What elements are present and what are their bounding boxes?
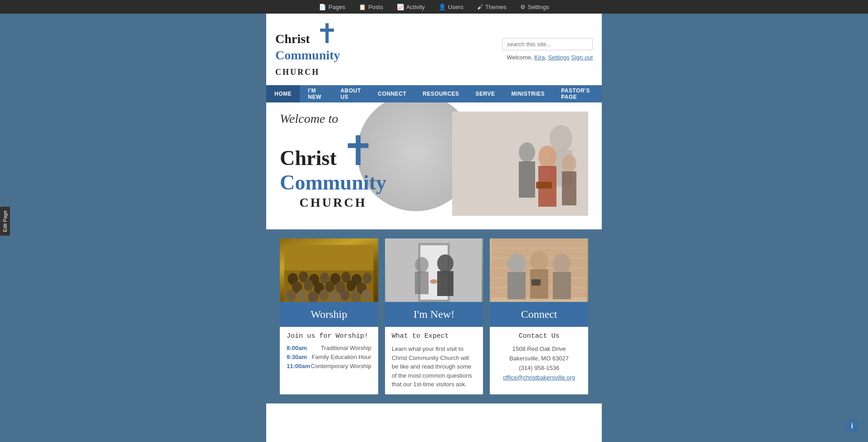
svg-point-30 (329, 291, 339, 302)
header-right: Welcome, Kira, Settings Sign out (502, 38, 593, 61)
svg-rect-39 (437, 271, 454, 296)
nav-home[interactable]: HOME (266, 85, 300, 102)
worship-card: Worship Join us for Worship! 8:00am Trad… (280, 238, 378, 394)
hero-section: Welcome to Christ ✝ Community (266, 102, 602, 229)
admin-settings-link[interactable]: ⚙ Settings (520, 4, 549, 10)
hero-cross-icon: ✝ (341, 128, 375, 174)
im-new-card: I'm New! What to Expect Learn what your … (385, 238, 483, 394)
edit-page-tab[interactable]: Edit Page (0, 207, 10, 236)
worship-label[interactable]: Worship (280, 302, 378, 327)
activity-icon: 📈 (397, 4, 404, 10)
svg-rect-56 (532, 279, 541, 286)
three-column-section: Worship Join us for Worship! 8:00am Trad… (266, 229, 602, 403)
admin-activity-link[interactable]: 📈 Activity (397, 4, 425, 10)
men-svg (492, 238, 587, 302)
im-new-body: What to Expect Learn what your first vis… (385, 327, 483, 394)
logo-cross-icon: ✝ (316, 19, 338, 49)
worship-heading: Join us for Worship! (287, 332, 371, 340)
door-svg (386, 238, 482, 302)
search-input[interactable] (502, 38, 593, 50)
svg-point-27 (297, 290, 307, 301)
svg-rect-44 (492, 238, 587, 248)
settings-link[interactable]: Settings (548, 54, 570, 61)
logo-community: Community (275, 48, 340, 62)
hero-logo-row: Christ ✝ Community CHURCH (280, 131, 452, 210)
hero-image (452, 112, 588, 216)
svg-point-29 (319, 290, 329, 301)
svg-point-18 (362, 273, 372, 284)
hero-logo: Christ ✝ Community CHURCH (280, 131, 452, 210)
svg-point-3 (538, 146, 556, 168)
im-new-heading: What to Expect (392, 332, 477, 340)
svg-point-50 (507, 253, 526, 273)
svg-point-33 (361, 290, 371, 301)
nav-ministries[interactable]: MINISTRIES (503, 85, 553, 102)
worship-image (280, 238, 378, 302)
logo-text-group: Christ ✝ Community CHURCH (275, 20, 340, 78)
admin-themes-link[interactable]: 🖌 Themes (477, 4, 507, 10)
admin-bar: 📄 Pages 📋 Posts 📈 Activity 👤 Users 🖌 The… (0, 0, 868, 14)
service-row-3: 11:00am Contemporary Worship (287, 363, 371, 369)
svg-point-26 (286, 290, 296, 302)
hero-left: Welcome to Christ ✝ Community (280, 112, 452, 210)
connect-label[interactable]: Connect (490, 302, 588, 327)
svg-point-24 (346, 280, 356, 291)
svg-rect-55 (553, 272, 571, 299)
logo-church: CHURCH (275, 68, 320, 77)
address-line2: Bakersville, MO 63027 (497, 354, 581, 364)
email-link[interactable]: office@christbakersville.org (503, 374, 575, 381)
site-header: Christ ✝ Community CHURCH Welcome, Kira,… (266, 14, 602, 85)
hero-church: CHURCH (299, 195, 366, 209)
admin-users-link[interactable]: 👤 Users (439, 4, 463, 10)
svg-point-20 (304, 280, 313, 291)
nav-resources[interactable]: RESOURCES (414, 85, 468, 102)
logo-christ: Christ (275, 32, 310, 46)
svg-point-38 (437, 254, 454, 272)
hero-people-svg (452, 112, 588, 216)
welcome-text: Welcome, Kira, Settings Sign out (502, 54, 593, 61)
settings-icon: ⚙ (520, 4, 526, 10)
svg-rect-34 (284, 245, 374, 271)
site-container: Christ ✝ Community CHURCH Welcome, Kira,… (266, 14, 602, 442)
user-link[interactable]: Kira (534, 54, 545, 61)
svg-point-52 (530, 251, 548, 271)
hero-christ: Christ (280, 146, 336, 170)
svg-rect-7 (519, 161, 535, 198)
nav-pastors-page[interactable]: PASTOR'S PAGE (553, 85, 602, 102)
hero-logo-text: Christ ✝ Community CHURCH (280, 131, 386, 210)
posts-icon: 📋 (359, 4, 366, 10)
admin-pages-link[interactable]: 📄 Pages (319, 4, 345, 10)
nav-serve[interactable]: SERVE (468, 85, 503, 102)
signout-link[interactable]: Sign out (571, 54, 593, 61)
svg-point-42 (430, 279, 437, 284)
nav-connect[interactable]: CONNECT (370, 85, 414, 102)
svg-rect-51 (507, 272, 526, 299)
svg-point-54 (553, 253, 571, 273)
logo-area: Christ ✝ Community CHURCH (275, 20, 340, 78)
im-new-label[interactable]: I'm New! (385, 302, 483, 327)
nav-im-new[interactable]: I'M NEW (300, 85, 332, 102)
svg-point-8 (562, 155, 576, 173)
svg-point-31 (341, 290, 350, 301)
hero-inner: Welcome to Christ ✝ Community (280, 112, 588, 216)
welcome-to-text: Welcome to (280, 112, 452, 126)
worship-body: Join us for Worship! 8:00am Traditional … (280, 327, 378, 377)
im-new-text: Learn what your first visit to Christ Co… (392, 345, 477, 389)
pages-icon: 📄 (319, 4, 326, 10)
svg-rect-41 (415, 272, 429, 294)
service-row-1: 8:00am Traditional Worship (287, 345, 371, 351)
info-button[interactable]: i (845, 419, 859, 433)
svg-point-40 (415, 257, 429, 272)
address-line1: 1508 Red Oak Drive (497, 345, 581, 354)
svg-rect-9 (562, 171, 576, 205)
connect-heading: Contact Us (497, 332, 581, 340)
service-row-2: 9:30am Family Education Hour (287, 354, 371, 360)
nav-about-us[interactable]: ABOUT US (332, 85, 370, 102)
outer-wrapper: Christ ✝ Community CHURCH Welcome, Kira,… (0, 14, 868, 442)
svg-point-6 (519, 142, 535, 162)
svg-rect-5 (536, 182, 552, 189)
connect-body: Contact Us 1508 Red Oak Drive Bakersvill… (490, 327, 588, 388)
users-icon: 👤 (439, 4, 446, 10)
admin-posts-link[interactable]: 📋 Posts (359, 4, 383, 10)
connect-image (490, 238, 588, 302)
